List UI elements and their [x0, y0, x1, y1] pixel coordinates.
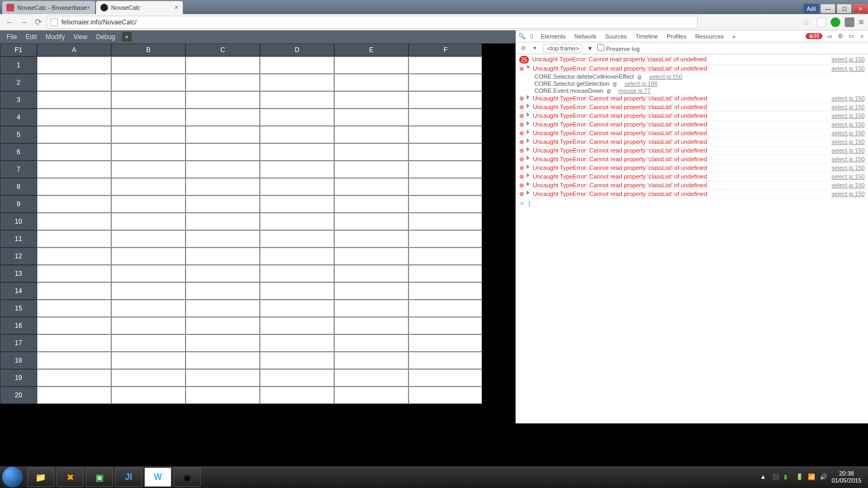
console-error-row[interactable]: ⊗Uncaught TypeError: Cannot read propert…: [516, 173, 868, 181]
row-header[interactable]: 10: [0, 213, 37, 230]
devtools-tab-elements[interactable]: Elements: [538, 32, 569, 41]
console-error-row[interactable]: ⊗Uncaught TypeError: Cannot read propert…: [516, 164, 868, 173]
volume-icon[interactable]: 🔊: [820, 473, 827, 481]
cell[interactable]: [37, 265, 111, 282]
menu-view[interactable]: View: [69, 30, 92, 43]
cell[interactable]: [334, 334, 409, 352]
cell[interactable]: [186, 161, 260, 178]
cell[interactable]: [37, 317, 111, 334]
cell[interactable]: [334, 248, 409, 265]
source-link[interactable]: select.js:150: [832, 182, 865, 189]
expand-triangle-icon[interactable]: [527, 112, 529, 117]
cell[interactable]: [260, 369, 334, 386]
tab-close-icon[interactable]: ×: [87, 4, 91, 11]
expand-triangle-icon[interactable]: [527, 95, 529, 99]
cell[interactable]: [334, 56, 409, 74]
cell[interactable]: [260, 143, 334, 161]
source-link[interactable]: select.js:150: [832, 104, 865, 111]
cell[interactable]: [37, 143, 111, 161]
cell[interactable]: [111, 56, 186, 74]
row-header[interactable]: 11: [0, 230, 37, 248]
device-icon[interactable]: ▯: [528, 33, 535, 40]
row-header[interactable]: 1: [0, 56, 37, 74]
cell[interactable]: [334, 230, 409, 248]
cell[interactable]: [260, 386, 334, 404]
cell[interactable]: [334, 300, 409, 317]
cell[interactable]: [37, 91, 111, 109]
console-error-row[interactable]: ⊗Uncaught TypeError: Cannot read propert…: [516, 112, 868, 121]
cell[interactable]: [334, 213, 409, 230]
minimize-button[interactable]: —: [820, 4, 835, 14]
cell[interactable]: [37, 109, 111, 126]
back-button[interactable]: ←: [4, 17, 15, 28]
cell[interactable]: [409, 74, 483, 91]
cell[interactable]: [111, 352, 186, 369]
row-header[interactable]: 20: [0, 386, 37, 404]
row-header[interactable]: 2: [0, 74, 37, 91]
cell[interactable]: [37, 161, 111, 178]
devtools-tab-timeline[interactable]: Timeline: [633, 32, 661, 41]
row-header[interactable]: 15: [0, 300, 37, 317]
cell[interactable]: [37, 352, 111, 369]
console-error-row[interactable]: ⊗Uncaught TypeError: Cannot read propert…: [516, 147, 868, 155]
cell[interactable]: [334, 386, 409, 404]
cell[interactable]: [111, 317, 186, 334]
console-output[interactable]: 25Uncaught TypeError: Cannot read proper…: [516, 54, 868, 423]
drawer-toggle-icon[interactable]: ›≡: [826, 33, 833, 40]
column-header[interactable]: D: [260, 43, 334, 56]
cell[interactable]: [260, 161, 334, 178]
cell[interactable]: [260, 91, 334, 109]
cell[interactable]: [334, 74, 409, 91]
cell[interactable]: [37, 178, 111, 195]
cell[interactable]: [409, 300, 483, 317]
cell[interactable]: [37, 126, 111, 143]
source-link[interactable]: select.js:150: [832, 164, 865, 172]
expand-triangle-icon[interactable]: [527, 164, 529, 169]
user-badge[interactable]: Adil: [803, 4, 819, 14]
cell[interactable]: [409, 230, 483, 248]
cell[interactable]: [260, 334, 334, 352]
column-header[interactable]: E: [334, 43, 409, 56]
select-all-corner[interactable]: F1: [0, 43, 37, 56]
cell[interactable]: [186, 74, 260, 91]
cell[interactable]: [186, 109, 260, 126]
row-header[interactable]: 4: [0, 109, 37, 126]
cell[interactable]: [409, 143, 483, 161]
taskbar-chrome-icon[interactable]: ◉: [174, 467, 201, 487]
start-button[interactable]: [2, 467, 23, 487]
cell[interactable]: [409, 91, 483, 109]
cell[interactable]: [409, 334, 483, 352]
row-header[interactable]: 14: [0, 282, 37, 300]
cell[interactable]: [186, 334, 260, 352]
cell[interactable]: [260, 56, 334, 74]
source-link[interactable]: select.js:150: [832, 95, 865, 102]
cell[interactable]: [111, 282, 186, 300]
cell[interactable]: [409, 126, 483, 143]
expand-triangle-icon[interactable]: [527, 182, 529, 186]
console-error-row[interactable]: ⊗Uncaught TypeError: Cannot read propert…: [516, 94, 868, 103]
tray-up-icon[interactable]: ▲: [760, 473, 768, 481]
cell[interactable]: [111, 300, 186, 317]
cell[interactable]: [186, 91, 260, 109]
cell[interactable]: [186, 248, 260, 265]
cell[interactable]: [111, 74, 186, 91]
cell[interactable]: [260, 178, 334, 195]
row-header[interactable]: 19: [0, 369, 37, 386]
cell[interactable]: [409, 178, 483, 195]
cell[interactable]: [186, 369, 260, 386]
cell[interactable]: [260, 248, 334, 265]
cell[interactable]: [37, 195, 111, 213]
source-link[interactable]: select.js:150: [832, 130, 865, 137]
cell[interactable]: [111, 161, 186, 178]
devtools-tab-profiles[interactable]: Profiles: [663, 32, 690, 41]
cell[interactable]: [111, 126, 186, 143]
cell[interactable]: [409, 195, 483, 213]
expand-triangle-icon[interactable]: [527, 121, 529, 125]
cell[interactable]: [186, 265, 260, 282]
column-header[interactable]: F: [409, 43, 483, 56]
search-icon[interactable]: 🔍: [518, 33, 526, 40]
cell[interactable]: [111, 213, 186, 230]
taskbar-terminal-icon[interactable]: ▣: [86, 467, 113, 487]
source-link[interactable]: select.js:166: [624, 80, 658, 87]
expand-triangle-icon[interactable]: [527, 191, 529, 195]
